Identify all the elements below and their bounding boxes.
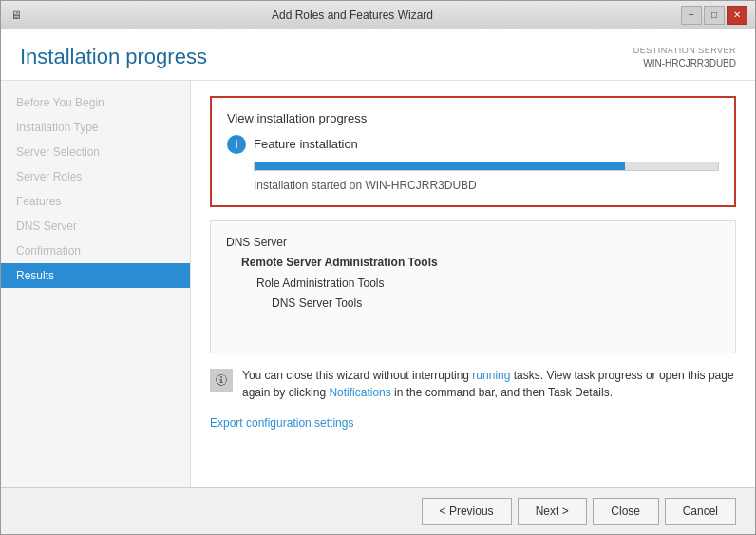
progress-bar-fill	[255, 162, 625, 170]
feature-label: Feature installation	[254, 137, 358, 151]
progress-box-title: View installation progress	[227, 111, 719, 125]
header-area: Installation progress DESTINATION SERVER…	[1, 29, 755, 81]
progress-box: View installation progress i Feature ins…	[210, 96, 736, 207]
next-button[interactable]: Next >	[518, 498, 587, 525]
content-area: Before You Begin Installation Type Serve…	[1, 81, 755, 487]
installation-started-text: Installation started on WIN-HRCJRR3DUBD	[254, 179, 719, 192]
notifications-link[interactable]: Notifications	[329, 386, 390, 399]
notice-row: 🛈 You can close this wizard without inte…	[210, 367, 736, 401]
progress-bar-container	[254, 162, 719, 171]
notice-text: You can close this wizard without interr…	[242, 367, 736, 401]
sidebar-item-server-roles[interactable]: Server Roles	[1, 164, 190, 189]
list-item: DNS Server Tools	[226, 294, 720, 315]
cancel-button[interactable]: Cancel	[665, 498, 736, 525]
sidebar-item-dns-server[interactable]: DNS Server	[1, 214, 190, 239]
page-title: Installation progress	[20, 45, 207, 69]
footer: < Previous Next > Close Cancel	[1, 487, 755, 534]
list-item: DNS Server	[226, 233, 720, 254]
export-configuration-link[interactable]: Export configuration settings	[210, 416, 353, 430]
sidebar: Before You Begin Installation Type Serve…	[1, 81, 191, 487]
notice-icon: 🛈	[210, 369, 233, 392]
titlebar: 🖥 Add Roles and Features Wizard − □ ✕	[1, 1, 755, 29]
maximize-button[interactable]: □	[704, 6, 725, 25]
destination-server-info: DESTINATION SERVER WIN-HRCJRR3DUBD	[633, 45, 736, 70]
main-panel: View installation progress i Feature ins…	[191, 81, 755, 487]
sidebar-item-confirmation[interactable]: Confirmation	[1, 239, 190, 263]
feature-list-box: DNS Server Remote Server Administration …	[210, 220, 736, 353]
sidebar-item-before-you-begin[interactable]: Before You Begin	[1, 90, 190, 115]
titlebar-buttons: − □ ✕	[681, 6, 747, 25]
previous-button[interactable]: < Previous	[422, 498, 512, 525]
sidebar-item-results[interactable]: Results	[1, 263, 190, 288]
destination-server-name: WIN-HRCJRR3DUBD	[633, 57, 736, 70]
sidebar-item-installation-type[interactable]: Installation Type	[1, 115, 190, 140]
titlebar-icon: 🖥	[9, 8, 24, 23]
destination-label: DESTINATION SERVER	[633, 45, 736, 57]
list-item: Role Administration Tools	[226, 274, 720, 295]
titlebar-title: Add Roles and Features Wizard	[24, 9, 681, 22]
feature-row: i Feature installation	[227, 135, 719, 154]
window-close-button[interactable]: ✕	[727, 6, 747, 25]
list-item: Remote Server Administration Tools	[226, 253, 720, 274]
info-icon: i	[227, 135, 246, 154]
main-content: Installation progress DESTINATION SERVER…	[1, 29, 755, 487]
sidebar-item-server-selection[interactable]: Server Selection	[1, 140, 190, 164]
sidebar-item-features[interactable]: Features	[1, 189, 190, 214]
wizard-window: 🖥 Add Roles and Features Wizard − □ ✕ In…	[0, 0, 756, 535]
running-link: running	[472, 369, 510, 382]
close-button[interactable]: Close	[593, 498, 659, 525]
minimize-button[interactable]: −	[681, 6, 702, 25]
